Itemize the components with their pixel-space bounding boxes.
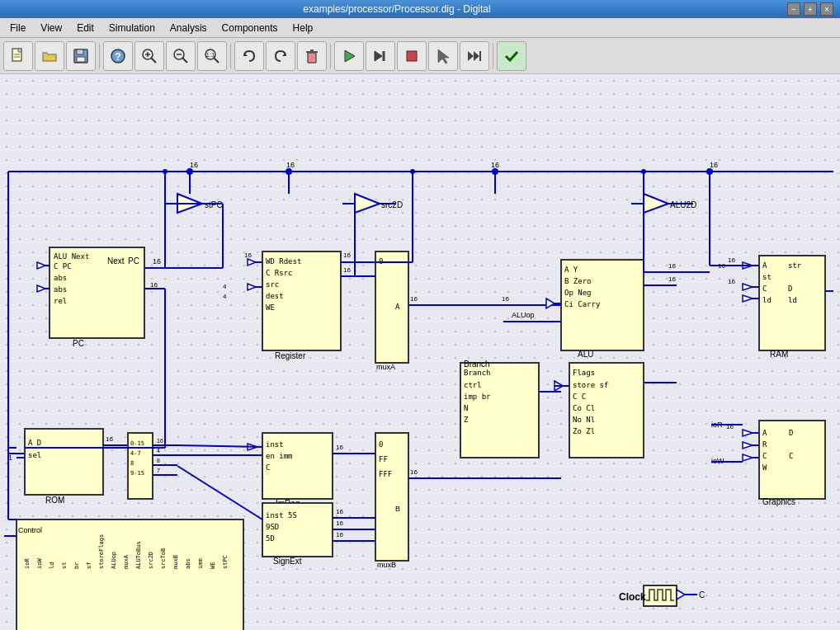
svg-marker-160 — [248, 444, 257, 450]
svg-text:W: W — [762, 463, 767, 472]
toolbar-separator-1 — [99, 44, 100, 68]
svg-text:abs: abs — [185, 558, 191, 569]
svg-marker-28 — [468, 51, 474, 61]
svg-text:WE: WE — [210, 562, 216, 569]
svg-text:stPC: stPC — [222, 555, 229, 569]
svg-text:16: 16 — [157, 438, 163, 444]
menu-file[interactable]: File — [3, 21, 32, 35]
play-button[interactable] — [334, 41, 364, 71]
svg-text:16: 16 — [410, 468, 418, 476]
svg-text:R: R — [762, 440, 767, 449]
svg-marker-48 — [355, 194, 380, 213]
menu-simulation[interactable]: Simulation — [102, 21, 162, 35]
help-button[interactable]: ? — [103, 41, 133, 71]
svg-text:ioR: ioR — [711, 421, 723, 429]
svg-rect-20 — [308, 53, 316, 63]
svg-text:Flags: Flags — [573, 369, 595, 377]
svg-rect-187 — [569, 363, 644, 458]
svg-line-256 — [177, 445, 262, 447]
svg-rect-101 — [561, 260, 644, 350]
svg-text:4: 4 — [223, 293, 227, 300]
menu-help[interactable]: Help — [286, 21, 320, 35]
svg-marker-210 — [743, 454, 753, 461]
svg-marker-129 — [743, 295, 753, 302]
svg-text:en  imm: en imm — [266, 452, 293, 460]
svg-text:Next: Next — [107, 256, 125, 266]
svg-rect-115 — [759, 256, 825, 350]
svg-text:16: 16 — [336, 520, 343, 527]
svg-text:16: 16 — [491, 161, 499, 169]
svg-text:1: 1 — [8, 454, 12, 462]
svg-text:ioR: ioR — [24, 558, 31, 569]
svg-rect-5 — [77, 57, 85, 62]
svg-rect-74 — [262, 252, 341, 350]
svg-text:sf: sf — [86, 562, 92, 569]
step-button[interactable] — [366, 41, 395, 71]
maximize-button[interactable]: + — [804, 2, 817, 16]
svg-text:src2D: src2D — [381, 200, 403, 209]
svg-text:dest: dest — [266, 292, 284, 300]
svg-text:PC: PC — [128, 256, 139, 266]
svg-marker-127 — [743, 284, 753, 290]
svg-text:7: 7 — [157, 468, 160, 473]
svg-text:ALU  Next: ALU Next — [54, 252, 89, 261]
menu-components[interactable]: Components — [215, 21, 285, 35]
svg-text:16: 16 — [668, 262, 676, 270]
svg-text:C   C: C C — [573, 393, 586, 401]
window-title: examples/processor/Processor.dig - Digit… — [7, 3, 787, 15]
svg-text:16: 16 — [336, 444, 343, 451]
svg-text:16: 16 — [718, 262, 725, 270]
menu-edit[interactable]: Edit — [70, 21, 101, 35]
toolbar-separator-4 — [493, 44, 493, 68]
svg-text:C: C — [266, 463, 270, 472]
svg-text:muxA: muxA — [123, 554, 130, 569]
svg-text:FFF: FFF — [379, 470, 392, 478]
save-button[interactable] — [66, 41, 96, 71]
svg-text:16: 16 — [150, 281, 158, 289]
open-button[interactable] — [35, 41, 64, 71]
stop-button[interactable] — [397, 41, 427, 71]
svg-text:muxA: muxA — [376, 363, 395, 371]
svg-text:rel: rel — [54, 297, 67, 305]
svg-text:16: 16 — [244, 252, 252, 259]
svg-text:16: 16 — [106, 435, 113, 443]
svg-marker-208 — [743, 442, 753, 449]
svg-text:A: A — [395, 303, 400, 311]
svg-text:stPC: stPC — [205, 200, 223, 209]
svg-rect-154 — [262, 433, 333, 499]
svg-text:FF: FF — [379, 455, 388, 463]
svg-text:A       Y: A Y — [564, 266, 578, 274]
svg-marker-29 — [474, 51, 479, 61]
svg-text:8: 8 — [157, 458, 160, 463]
window-buttons[interactable]: − + × — [787, 2, 833, 16]
svg-text:9SD: 9SD — [266, 523, 279, 531]
zoom-reset-button[interactable]: 1:1 — [197, 41, 227, 71]
svg-text:WE: WE — [266, 303, 275, 312]
svg-marker-52 — [644, 194, 668, 213]
svg-point-248 — [410, 169, 415, 174]
svg-text:16: 16 — [502, 295, 509, 303]
svg-text:16: 16 — [336, 508, 343, 515]
svg-text:0-15: 0-15 — [130, 440, 144, 447]
redo-button[interactable] — [266, 41, 295, 71]
circuit-canvas[interactable]: 16 16 16 16 stPC src2D ALU2D — [0, 74, 840, 630]
svg-point-41 — [286, 168, 292, 175]
undo-button[interactable] — [234, 41, 264, 71]
svg-text:1:1: 1:1 — [205, 51, 215, 59]
zoom-out-button[interactable] — [166, 41, 196, 71]
svg-text:C: C — [789, 452, 793, 460]
svg-marker-66 — [37, 285, 45, 292]
minimize-button[interactable]: − — [787, 2, 800, 16]
new-button[interactable] — [3, 41, 33, 71]
svg-text:ALUop: ALUop — [512, 311, 535, 319]
zoom-in-button[interactable] — [134, 41, 164, 71]
check-button[interactable] — [497, 41, 526, 71]
menu-analysis[interactable]: Analysis — [163, 21, 214, 35]
delete-button[interactable] — [297, 41, 327, 71]
fast-forward-button[interactable] — [460, 41, 489, 71]
svg-text:16: 16 — [410, 295, 418, 303]
close-button[interactable]: × — [820, 2, 833, 16]
svg-rect-141 — [128, 433, 153, 499]
menu-view[interactable]: View — [34, 21, 68, 35]
cursor-button[interactable] — [428, 41, 458, 71]
